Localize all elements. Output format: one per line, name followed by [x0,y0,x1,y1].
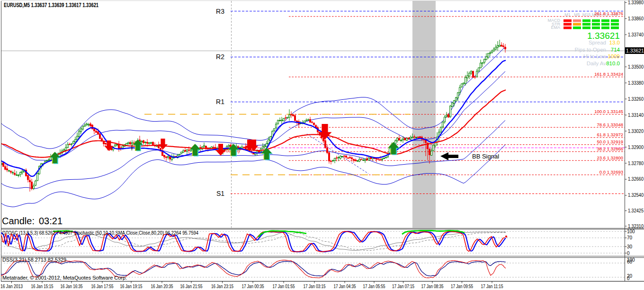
svg-text:0.0 1.32693: 0.0 1.32693 [599,169,623,175]
svg-text:161.8 1.33424: 161.8 1.33424 [594,71,623,77]
svg-text:16 Jan 15:15: 16 Jan 15:15 [31,284,54,289]
svg-text:DTOSC (13,8,5,3) 68.5262 74.49: DTOSC (13,8,5,3) 68.5262 74.4907 Stochas… [2,230,198,236]
svg-text:16 Jan 16:35: 16 Jan 16:35 [61,284,83,289]
svg-text:1.33621: 1.33621 [626,48,644,53]
svg-text:16 Jan 23:15: 16 Jan 23:15 [211,284,233,289]
svg-text:78.6 1.33048: 78.6 1.33048 [597,122,623,127]
svg-text:1009: 1009 [608,53,620,59]
svg-text:17 Jan 01:55: 17 Jan 01:55 [273,284,295,289]
svg-text:Pips to Open: Pips to Open [575,47,606,53]
svg-text:1.33500: 1.33500 [628,64,644,70]
svg-text:70: 70 [627,235,633,240]
svg-text:261.8 1.33876: 261.8 1.33876 [594,11,623,16]
svg-text:Daily Av: Daily Av [587,61,607,66]
svg-text:61.8 1.32972: 61.8 1.32972 [597,132,623,137]
svg-text:1.33980: 1.33980 [628,0,644,5]
svg-text:17 Jan 03:15: 17 Jan 03:15 [304,284,326,289]
svg-text:810.0: 810.0 [606,61,620,66]
svg-text:17 Jan 00:35: 17 Jan 00:35 [242,284,264,289]
svg-text:1.33621: 1.33621 [587,31,620,41]
svg-text:16 Jan 19:15: 16 Jan 19:15 [120,284,143,289]
svg-text:1.32540: 1.32540 [628,193,644,198]
svg-text:0: 0 [627,251,630,256]
svg-text:R3: R3 [216,8,224,15]
svg-text:1.33260: 1.33260 [628,97,644,102]
svg-text:16 Jan 21:55: 16 Jan 21:55 [180,284,203,289]
svg-text:17 Jan 11:15: 17 Jan 11:15 [481,284,503,289]
svg-text:100: 100 [627,229,635,234]
svg-text:1.33740: 1.33740 [628,32,644,37]
svg-text:17 Jan 08:35: 17 Jan 08:35 [421,284,444,289]
svg-text:EURUSD,M5 1.33637 1.33639 1.3: EURUSD,M5 1.33637 1.33639 1.33617 1.3362… [4,2,98,9]
svg-text:1.32900: 1.32900 [628,145,644,150]
svg-text:Spread: Spread [589,40,606,45]
svg-text:714: 714 [611,47,620,53]
svg-text:R1: R1 [216,98,224,105]
svg-text:0: 0 [627,276,630,281]
svg-text:Hi to Low: Hi to Low [583,53,607,59]
svg-text:16 Jan 17:55: 16 Jan 17:55 [91,284,114,289]
svg-text:03:21: 03:21 [39,216,63,226]
svg-text:50.0 1.32919: 50.0 1.32919 [597,139,623,144]
svg-text:M5: M5 [574,12,580,17]
svg-text:Candle:: Candle: [2,216,35,226]
svg-text:BB Signal: BB Signal [472,153,499,160]
svg-text:1.33860: 1.33860 [628,16,644,21]
svg-text:38.2 1.32866: 38.2 1.32866 [597,146,623,151]
svg-text:17 Jan 04:35: 17 Jan 04:35 [334,284,356,289]
svg-text:17 Jan 05:55: 17 Jan 05:55 [363,284,385,289]
svg-text:1.32660: 1.32660 [628,176,644,182]
svg-text:16 Jan 20:35: 16 Jan 20:35 [151,284,173,289]
svg-text:M15: M15 [582,12,591,17]
svg-text:EMA: EMA [551,25,560,30]
svg-text:1.32310: 1.32310 [628,224,644,229]
svg-text:23.6 1.32800: 23.6 1.32800 [597,155,623,160]
svg-text:16 Jan 2013: 16 Jan 2013 [0,284,23,289]
svg-text:100.0 1.33145: 100.0 1.33145 [594,109,623,114]
svg-text:M1: M1 [564,12,571,17]
svg-text:1.33020: 1.33020 [628,129,644,134]
svg-text:30: 30 [627,244,633,249]
svg-text:1.32780: 1.32780 [628,161,644,166]
svg-text:60: 60 [627,259,633,264]
svg-text:S1: S1 [216,190,224,197]
svg-text:1.33380: 1.33380 [628,80,644,86]
svg-text:17 Jan 07:15: 17 Jan 07:15 [392,284,414,289]
svg-text:13.0: 13.0 [609,40,620,45]
svg-text:DSS(3,21) 58.2713 82.5329: DSS(3,21) 58.2713 82.5329 [2,257,66,263]
svg-text:1.33140: 1.33140 [628,113,644,118]
svg-text:17 Jan 09:55: 17 Jan 09:55 [451,284,473,289]
svg-text:1.32425: 1.32425 [628,208,644,213]
svg-text:R2: R2 [216,53,224,61]
svg-text:Metatrader, © 2001-2012, MetaQ: Metatrader, © 2001-2012, MetaQuotes Soft… [2,275,127,281]
